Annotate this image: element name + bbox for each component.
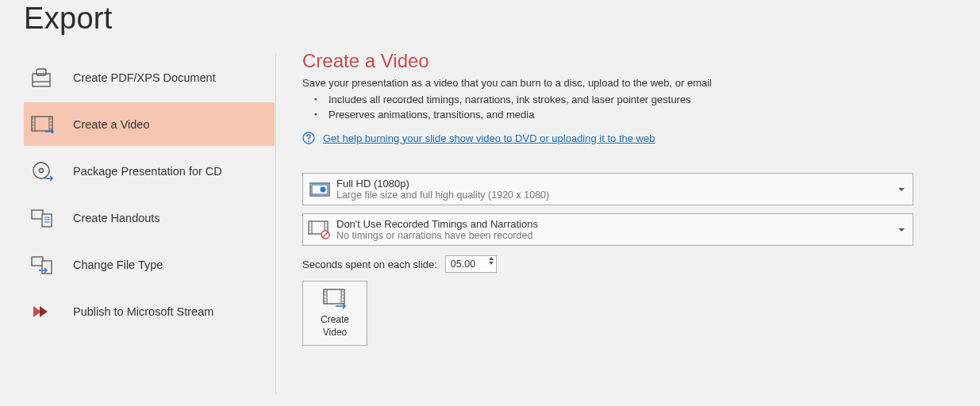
- help-link[interactable]: Get help burning your slide show video t…: [323, 132, 655, 144]
- sidebar-item-create-video[interactable]: Create a Video: [24, 102, 275, 146]
- create-button-line1: Create: [321, 314, 349, 325]
- svg-point-13: [50, 128, 51, 128]
- sidebar-item-label: Create PDF/XPS Document: [73, 71, 216, 84]
- svg-point-15: [40, 168, 44, 172]
- create-video-button[interactable]: Create Video: [302, 281, 367, 346]
- seconds-label: Seconds spent on each slide:: [302, 259, 437, 270]
- svg-point-45: [325, 294, 325, 295]
- film-no-timings-icon: [303, 220, 336, 239]
- svg-point-26: [308, 140, 309, 142]
- svg-point-9: [33, 128, 33, 128]
- bullet-item: Preserves animations, transitions, and m…: [314, 107, 957, 122]
- create-video-panel: Create a Video Save your presentation as…: [275, 36, 957, 346]
- change-file-type-icon: [30, 255, 56, 275]
- svg-marker-24: [40, 306, 48, 317]
- seconds-value: 05.00: [451, 259, 475, 270]
- sidebar-item-label: Publish to Microsoft Stream: [73, 305, 213, 318]
- svg-rect-1: [37, 69, 46, 75]
- sidebar-item-publish-stream[interactable]: Publish to Microsoft Stream: [24, 289, 275, 333]
- sidebar-item-label: Package Presentation for CD: [73, 165, 222, 178]
- sidebar-item-label: Change File Type: [73, 259, 163, 271]
- stream-icon: [30, 303, 56, 320]
- timings-title: Don't Use Recorded Timings and Narration…: [336, 218, 538, 230]
- svg-point-7: [33, 121, 33, 122]
- svg-point-37: [325, 226, 326, 227]
- svg-rect-22: [42, 261, 52, 274]
- spinner-down-icon[interactable]: [489, 262, 494, 265]
- sidebar-item-package-cd[interactable]: Package Presentation for CD: [24, 149, 275, 193]
- panel-bullets: Includes all recorded timings, narration…: [314, 92, 957, 122]
- panel-subtitle: Save your presentation as a video that y…: [302, 77, 957, 89]
- svg-point-11: [50, 121, 51, 122]
- svg-point-35: [309, 229, 310, 230]
- svg-rect-16: [32, 210, 43, 219]
- panel-title: Create a Video: [302, 50, 957, 72]
- svg-point-36: [325, 223, 326, 224]
- svg-point-48: [342, 291, 343, 292]
- svg-point-8: [33, 124, 33, 125]
- export-sidebar: Create PDF/XPS Document Create a Video: [0, 36, 275, 346]
- chevron-down-icon: [898, 228, 905, 232]
- spinner-up-icon[interactable]: [489, 257, 494, 260]
- bullet-item: Includes all recorded timings, narration…: [314, 92, 957, 107]
- quality-title: Full HD (1080p): [336, 178, 549, 190]
- sidebar-item-label: Create Handouts: [73, 212, 160, 224]
- pdf-document-icon: [30, 67, 56, 88]
- svg-point-12: [50, 124, 51, 125]
- svg-point-34: [309, 226, 310, 227]
- quality-dropdown[interactable]: Full HD (1080p) Large file size and full…: [302, 173, 913, 205]
- handouts-icon: [30, 208, 56, 228]
- svg-point-44: [325, 291, 325, 292]
- svg-point-33: [309, 223, 310, 224]
- svg-point-6: [33, 118, 33, 119]
- svg-rect-17: [42, 214, 52, 227]
- svg-point-51: [342, 301, 343, 301]
- svg-rect-21: [32, 257, 43, 266]
- chevron-down-icon: [898, 188, 905, 191]
- film-arrow-icon: [321, 289, 348, 309]
- svg-point-47: [325, 301, 325, 301]
- create-button-line2: Video: [323, 327, 347, 338]
- sidebar-item-handouts[interactable]: Create Handouts: [24, 196, 275, 239]
- cd-icon: [30, 161, 56, 182]
- svg-point-29: [321, 186, 326, 192]
- film-icon: [30, 116, 56, 133]
- sidebar-item-label: Create a Video: [73, 118, 149, 131]
- svg-point-46: [325, 297, 325, 298]
- seconds-spinner[interactable]: 05.00: [445, 255, 497, 273]
- sidebar-item-pdf-xps[interactable]: Create PDF/XPS Document: [24, 56, 275, 99]
- timings-sub: No timings or narrations have been recor…: [336, 230, 538, 241]
- quality-sub: Large file size and full high quality (1…: [336, 190, 549, 201]
- svg-point-50: [342, 297, 343, 298]
- timings-dropdown[interactable]: Don't Use Recorded Timings and Narration…: [302, 213, 913, 246]
- svg-point-10: [50, 118, 51, 119]
- svg-point-14: [33, 163, 49, 178]
- sidebar-item-change-file-type[interactable]: Change File Type: [24, 243, 275, 286]
- help-icon: [302, 132, 315, 144]
- svg-point-49: [342, 294, 343, 295]
- page-title: Export: [0, 0, 980, 36]
- vertical-divider: [275, 53, 276, 394]
- monitor-icon: [303, 181, 336, 198]
